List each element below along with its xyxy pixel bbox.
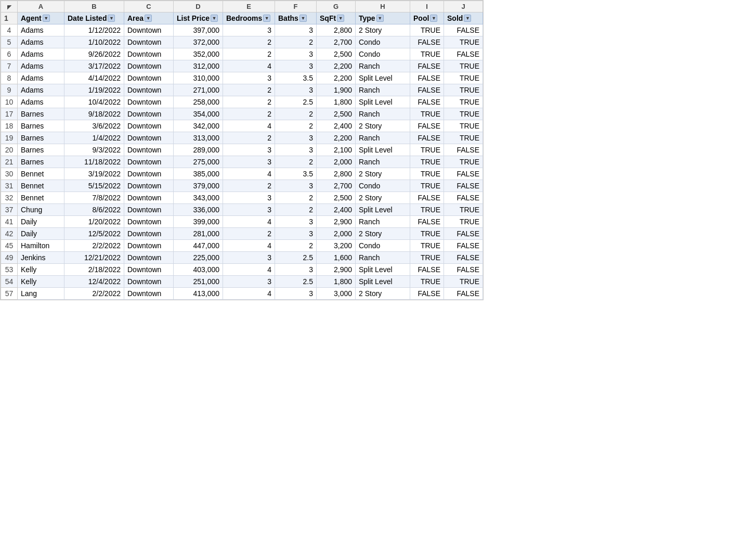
- table-row: 53Kelly2/18/2022Downtown403,000432,900Sp…: [1, 264, 483, 276]
- cell-agent: Adams: [18, 60, 64, 72]
- cell-area: Downtown: [124, 36, 174, 48]
- col-letter-C[interactable]: C: [124, 1, 174, 12]
- cell-agent: Jenkins: [18, 252, 64, 264]
- cell-bedrooms: 3: [223, 24, 275, 36]
- agent-label: Agent: [21, 14, 42, 22]
- col-letter-B[interactable]: B: [64, 1, 124, 12]
- row-number: 10: [1, 96, 18, 108]
- area-filter-arrow[interactable]: ▼: [145, 15, 152, 22]
- cell-list-price: 372,000: [174, 36, 223, 48]
- type-filter-arrow[interactable]: ▼: [376, 15, 384, 22]
- cell-sqft: 2,000: [317, 228, 356, 240]
- filter-area[interactable]: Area ▼: [127, 14, 152, 22]
- cell-agent: Kelly: [18, 276, 64, 288]
- filter-baths[interactable]: Baths ▼: [278, 14, 307, 22]
- sold-filter-arrow[interactable]: ▼: [464, 15, 471, 22]
- sold-label: Sold: [447, 14, 463, 22]
- row-number: 4: [1, 24, 18, 36]
- col-header-area[interactable]: Area ▼: [124, 12, 174, 24]
- bedrooms-filter-arrow[interactable]: ▼: [263, 15, 270, 22]
- col-header-agent[interactable]: Agent ▼: [18, 12, 64, 24]
- table-row: 17Barnes9/18/2022Downtown354,000222,500R…: [1, 108, 483, 120]
- col-letter-A[interactable]: A: [18, 1, 64, 12]
- col-letter-D[interactable]: D: [174, 1, 223, 12]
- table-row: 54Kelly12/4/2022Downtown251,00032.51,800…: [1, 276, 483, 288]
- filter-bedrooms[interactable]: Bedrooms ▼: [226, 14, 270, 22]
- cell-pool: TRUE: [410, 108, 444, 120]
- cell-date-listed: 12/21/2022: [64, 252, 124, 264]
- cell-baths: 2.5: [275, 252, 317, 264]
- list-price-filter-arrow[interactable]: ▼: [211, 15, 218, 22]
- cell-pool: FALSE: [410, 60, 444, 72]
- cell-date-listed: 4/14/2022: [64, 72, 124, 84]
- cell-date-listed: 1/12/2022: [64, 24, 124, 36]
- filter-type[interactable]: Type ▼: [359, 14, 384, 22]
- cell-sqft: 1,600: [317, 252, 356, 264]
- filter-sqft[interactable]: SqFt ▼: [320, 14, 344, 22]
- date-listed-filter-arrow[interactable]: ▼: [108, 15, 115, 22]
- col-header-sold[interactable]: Sold ▼: [444, 12, 483, 24]
- cell-area: Downtown: [124, 204, 174, 216]
- table-row: 18Barnes3/6/2022Downtown342,000422,4002 …: [1, 120, 483, 132]
- cell-list-price: 354,000: [174, 108, 223, 120]
- cell-date-listed: 2/2/2022: [64, 240, 124, 252]
- cell-type: Split Level: [356, 204, 410, 216]
- cell-area: Downtown: [124, 264, 174, 276]
- col-letter-J[interactable]: J: [444, 1, 483, 12]
- table-row: 9Adams1/19/2022Downtown271,000231,900Ran…: [1, 84, 483, 96]
- col-header-bedrooms[interactable]: Bedrooms ▼: [223, 12, 275, 24]
- filter-date-listed[interactable]: Date Listed ▼: [68, 14, 115, 22]
- col-header-pool[interactable]: Pool ▼: [410, 12, 444, 24]
- filter-list-price[interactable]: List Price ▼: [177, 14, 218, 22]
- col-header-baths[interactable]: Baths ▼: [275, 12, 317, 24]
- bedrooms-label: Bedrooms: [226, 14, 262, 22]
- cell-sqft: 1,800: [317, 96, 356, 108]
- col-header-date-listed[interactable]: Date Listed ▼: [64, 12, 124, 24]
- cell-type: 2 Story: [356, 288, 410, 300]
- cell-type: Split Level: [356, 72, 410, 84]
- cell-sqft: 2,500: [317, 192, 356, 204]
- cell-baths: 3: [275, 60, 317, 72]
- cell-baths: 2.5: [275, 96, 317, 108]
- cell-sold: FALSE: [444, 192, 483, 204]
- cell-agent: Barnes: [18, 156, 64, 168]
- cell-bedrooms: 2: [223, 108, 275, 120]
- cell-sold: TRUE: [444, 216, 483, 228]
- spreadsheet: ◤ A B C D E F G H I J 1 Agent ▼: [0, 0, 484, 300]
- baths-filter-arrow[interactable]: ▼: [299, 15, 307, 22]
- cell-pool: FALSE: [410, 288, 444, 300]
- filter-agent[interactable]: Agent ▼: [21, 14, 50, 22]
- cell-sold: FALSE: [444, 24, 483, 36]
- col-letter-F[interactable]: F: [275, 1, 317, 12]
- cell-type: Split Level: [356, 264, 410, 276]
- col-letter-G[interactable]: G: [317, 1, 356, 12]
- cell-baths: 3.5: [275, 72, 317, 84]
- cell-agent: Barnes: [18, 108, 64, 120]
- cell-sold: TRUE: [444, 96, 483, 108]
- sqft-filter-arrow[interactable]: ▼: [337, 15, 344, 22]
- cell-type: Split Level: [356, 144, 410, 156]
- cell-sqft: 2,200: [317, 60, 356, 72]
- col-letter-E[interactable]: E: [223, 1, 275, 12]
- cell-sqft: 3,200: [317, 240, 356, 252]
- filter-sold[interactable]: Sold ▼: [447, 14, 471, 22]
- cell-type: Ranch: [356, 216, 410, 228]
- col-header-type[interactable]: Type ▼: [356, 12, 410, 24]
- cell-sqft: 2,100: [317, 144, 356, 156]
- filter-pool[interactable]: Pool ▼: [413, 14, 437, 22]
- col-letter-I[interactable]: I: [410, 1, 444, 12]
- col-header-list-price[interactable]: List Price ▼: [174, 12, 223, 24]
- cell-date-listed: 11/18/2022: [64, 156, 124, 168]
- col-letter-H[interactable]: H: [356, 1, 410, 12]
- agent-filter-arrow[interactable]: ▼: [43, 15, 50, 22]
- cell-sqft: 2,900: [317, 216, 356, 228]
- col-header-sqft[interactable]: SqFt ▼: [317, 12, 356, 24]
- table-row: 10Adams10/4/2022Downtown258,00022.51,800…: [1, 96, 483, 108]
- sqft-label: SqFt: [320, 14, 336, 22]
- row-number: 30: [1, 168, 18, 180]
- cell-date-listed: 12/4/2022: [64, 276, 124, 288]
- pool-filter-arrow[interactable]: ▼: [430, 15, 437, 22]
- cell-sold: TRUE: [444, 108, 483, 120]
- cell-sqft: 2,500: [317, 108, 356, 120]
- cell-list-price: 397,000: [174, 24, 223, 36]
